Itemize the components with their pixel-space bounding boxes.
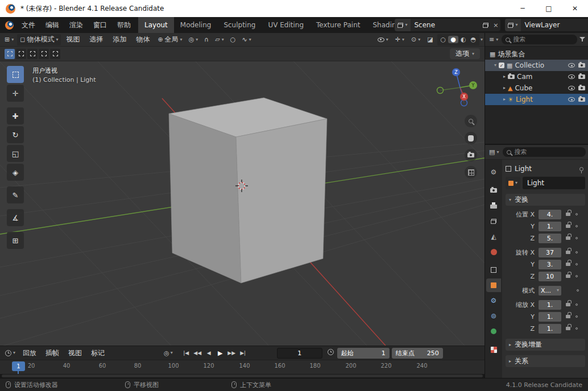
next-keyframe-button[interactable]: ▶▶ — [226, 348, 237, 359]
rotation-x-field[interactable]: 37 — [539, 248, 561, 257]
outliner-search-input[interactable]: 搜索 — [502, 35, 577, 44]
play-reverse-button[interactable]: ◀ — [204, 348, 214, 359]
shading-rendered-button[interactable]: ◓ — [468, 36, 478, 43]
viewlayer-name[interactable]: ViewLayer — [521, 21, 588, 29]
select-mode-new-button[interactable] — [5, 49, 15, 59]
transform-tool[interactable]: ◈ — [7, 164, 24, 181]
rotation-mode-dropdown[interactable]: X... ▾ — [539, 286, 561, 296]
breadcrumb-object-name[interactable]: Light — [515, 165, 532, 173]
show-object-types-button[interactable]: ▾ — [375, 34, 391, 45]
overlays-toggle[interactable]: ⊙ ▾ — [408, 34, 423, 45]
outliner-row-camera[interactable]: ▸ Cam — [485, 71, 588, 82]
keyframe-decorator-icon[interactable] — [577, 289, 579, 292]
transform-panel-header[interactable]: ▾ 变换 — [506, 194, 585, 206]
select-mode-subtract-button[interactable] — [27, 49, 38, 59]
use-preview-range-toggle[interactable] — [328, 349, 334, 357]
xray-toggle[interactable]: ◪ — [424, 34, 436, 45]
rotate-tool[interactable]: ↻ — [7, 126, 24, 143]
disable-render-toggle[interactable] — [578, 74, 585, 79]
shading-material-button[interactable]: ◐ — [458, 36, 469, 43]
mode-selector[interactable]: ◻ 物体模式 ▾ — [17, 34, 61, 45]
keyframe-decorator-icon[interactable] — [575, 251, 578, 253]
select-box-tool[interactable] — [7, 66, 24, 83]
hide-viewport-toggle[interactable] — [568, 97, 575, 102]
tab-texture[interactable] — [486, 343, 501, 356]
menu-viewport-add[interactable]: 添加 — [108, 35, 131, 44]
add-cube-tool[interactable]: ⊞ — [7, 232, 24, 249]
outliner-row-scene-collection[interactable]: ▦ 场景集合 — [485, 48, 588, 60]
tab-world[interactable] — [486, 245, 501, 259]
viewport-canvas[interactable]: 用户透视 (1) Collection | Light ✛ ✚ ↻ ◱ ◈ ✎ … — [0, 61, 485, 346]
orientation-selector[interactable]: ⊕ 全局 ▾ — [155, 34, 185, 45]
location-z-field[interactable]: 5. — [539, 234, 561, 243]
lock-icon[interactable] — [566, 251, 570, 254]
tab-modifiers[interactable]: ⚙ — [486, 294, 501, 307]
gizmos-toggle[interactable]: ✛ ▾ — [392, 34, 407, 45]
measure-tool[interactable]: ∡ — [7, 209, 24, 226]
play-button[interactable]: ▶ — [215, 348, 226, 359]
playhead-marker[interactable]: 1 — [12, 361, 25, 371]
proportional-edit-toggle[interactable]: ○ — [227, 34, 239, 45]
maximize-button[interactable]: □ — [536, 0, 562, 17]
scale-x-field[interactable]: 1. — [539, 300, 561, 310]
tab-output[interactable] — [486, 199, 501, 213]
select-mode-intersect-button[interactable] — [50, 49, 60, 59]
outliner-row-collection[interactable]: ▾ ✓ ▦ Collectio — [485, 60, 588, 71]
lock-icon[interactable] — [566, 327, 570, 330]
jump-to-end-button[interactable]: ▶| — [238, 348, 249, 359]
shading-solid-button[interactable]: ● — [448, 36, 458, 43]
outliner-row-light[interactable]: ▸ ☀ Light — [485, 94, 588, 105]
keyframe-decorator-icon[interactable] — [575, 237, 578, 239]
keyframe-decorator-icon[interactable] — [575, 213, 578, 215]
workspace-tab-uv-editing[interactable]: UV Editing — [262, 17, 310, 33]
editor-type-button[interactable]: ⊞ ▾ — [2, 34, 16, 45]
prev-keyframe-button[interactable]: ◀◀ — [192, 348, 203, 359]
shading-options-chevron[interactable]: ▾ — [481, 38, 483, 42]
tab-tool[interactable]: ⚙ — [486, 165, 501, 179]
tab-scene[interactable]: ◭ — [486, 230, 501, 243]
delta-transform-panel-header[interactable]: ▸ 变换增量 — [506, 339, 585, 351]
timeline-ruler[interactable]: 20 40 60 80 100 120 140 160 180 200 220 … — [0, 360, 485, 374]
lock-icon[interactable] — [566, 263, 570, 266]
hide-viewport-toggle[interactable] — [568, 74, 575, 79]
hide-viewport-toggle[interactable] — [568, 63, 575, 68]
workspace-tab-texture-paint[interactable]: Texture Paint — [310, 17, 366, 33]
lock-icon[interactable] — [566, 236, 570, 240]
lock-icon[interactable] — [566, 315, 570, 318]
minimize-button[interactable]: ─ — [510, 0, 536, 17]
timeline-menu-view[interactable]: 视图 — [64, 348, 86, 358]
workspace-tab-layout[interactable]: Layout — [138, 17, 174, 33]
ortho-toggle-button[interactable] — [465, 166, 477, 178]
keyframe-decorator-icon[interactable] — [575, 263, 578, 265]
pivot-selector[interactable]: ◎ ▾ — [186, 34, 201, 45]
timeline-scrollbar[interactable] — [0, 374, 485, 378]
tab-view-layer[interactable] — [486, 214, 501, 228]
menu-edit[interactable]: 编辑 — [40, 17, 64, 33]
cursor-tool[interactable]: ✛ — [7, 85, 24, 102]
outliner-row-cube[interactable]: ▸ ▲ Cube — [485, 82, 588, 94]
timeline-menu-playback[interactable]: 回放 — [18, 348, 41, 358]
shading-wireframe-button[interactable]: ○ — [438, 36, 449, 43]
frame-end-field[interactable]: 结束点 250 — [392, 348, 443, 359]
workspace-tab-sculpting[interactable]: Sculpting — [217, 17, 262, 33]
auto-keying-toggle[interactable]: ◎ ▾ — [164, 350, 173, 356]
scale-z-field[interactable]: 1. — [539, 324, 561, 334]
properties-editor-type-button[interactable]: ▤ ▾ — [488, 147, 500, 158]
options-button[interactable]: 选项 ▾ — [450, 48, 480, 59]
keyframe-decorator-icon[interactable] — [575, 303, 578, 306]
scrollbar-thumb[interactable] — [2, 375, 483, 377]
move-tool[interactable]: ✚ — [7, 107, 24, 124]
menu-viewport-view[interactable]: 视图 — [61, 35, 84, 44]
current-frame-field[interactable]: 1 — [277, 348, 322, 359]
outliner-editor-type-button[interactable]: ≡ ▾ — [488, 34, 499, 45]
close-button[interactable]: ✕ — [562, 0, 588, 17]
hide-viewport-toggle[interactable] — [568, 86, 575, 90]
tab-collection[interactable] — [486, 263, 501, 277]
keyframe-decorator-icon[interactable] — [575, 327, 578, 330]
gizmo-neg-y-axis[interactable] — [437, 88, 444, 94]
disable-render-toggle[interactable] — [578, 86, 585, 90]
frame-start-field[interactable]: 起始 1 — [337, 348, 390, 359]
rotation-z-field[interactable]: 10 — [539, 272, 561, 281]
timeline-editor-type-button[interactable]: ▾ — [2, 347, 18, 359]
scale-y-field[interactable]: 1. — [539, 312, 561, 322]
